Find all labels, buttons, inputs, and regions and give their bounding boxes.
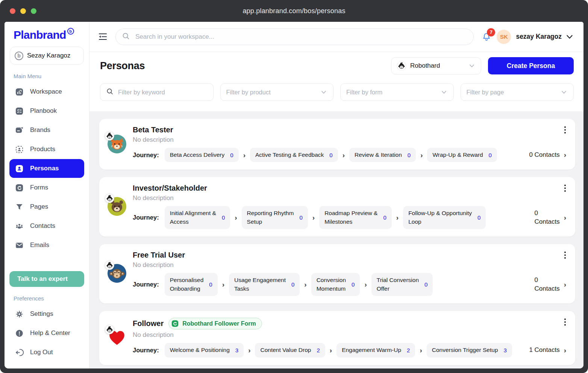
persona-title-row: Free Trial User	[133, 251, 568, 259]
chevron-right-icon: ›	[396, 214, 399, 221]
journey-step[interactable]: Roadmap Preview & Milestones0	[319, 206, 392, 229]
filter-by-form[interactable]: Filter by form	[340, 83, 454, 101]
filter-by-page[interactable]: Filter by page	[461, 83, 574, 101]
journey-step[interactable]: Beta Access Delivery0	[165, 148, 239, 162]
sidebar-item-pages[interactable]: Pages	[9, 197, 84, 216]
search-icon	[122, 32, 130, 42]
journey-step[interactable]: Reporting Rhythm Setup0	[242, 206, 308, 229]
sidebar-item-planbook[interactable]: Planbook	[9, 102, 84, 120]
journey-step[interactable]: Initial Alignment & Access0	[165, 206, 230, 229]
contacts-link[interactable]: 1 Contacts›	[526, 346, 568, 355]
filter-by-page-value: Filter by page	[467, 89, 557, 96]
chevron-right-icon: ›	[235, 214, 237, 221]
journey-step-count[interactable]: 0	[424, 281, 427, 288]
brand-selector[interactable]: Robothard	[391, 57, 481, 74]
collapse-sidebar-button[interactable]	[98, 32, 108, 42]
journey-step[interactable]: Review & Iteration0	[349, 148, 416, 162]
sidebar-item-settings[interactable]: Settings	[9, 305, 84, 323]
sidebar-item-contacts[interactable]: Contacts	[9, 217, 84, 235]
journey-label: Journey:	[133, 152, 159, 159]
journey-step[interactable]: Engagement Warm-Up2	[336, 343, 415, 357]
sidebar-item-help-center[interactable]: Help & Center	[9, 324, 84, 343]
card-menu-button[interactable]	[560, 317, 570, 328]
sidebar-item-products[interactable]: Products	[9, 140, 84, 159]
journey-step[interactable]: Trial Conversion Offer0	[371, 273, 433, 296]
journey-step[interactable]: Conversion Trigger Setup3	[427, 343, 512, 357]
contacts-count: 0 Contacts	[535, 276, 560, 293]
journey-step-count[interactable]: 3	[504, 347, 507, 353]
journey-step-count[interactable]: 0	[477, 214, 480, 221]
journey-step-count[interactable]: 3	[235, 347, 238, 353]
user-avatar[interactable]: SK	[497, 30, 511, 44]
preferences-label: Preferences	[14, 295, 80, 302]
chevron-right-icon: ›	[564, 346, 566, 355]
sidebar-item-label: Help & Center	[30, 329, 70, 337]
journey-step-count[interactable]: 0	[300, 214, 303, 221]
workspace-search	[115, 29, 474, 45]
journey-step[interactable]: Welcome & Positioning3	[165, 343, 244, 357]
persona-avatar	[108, 197, 127, 216]
chevron-right-icon: ›	[243, 152, 246, 159]
journey-step-count[interactable]: 0	[222, 214, 225, 221]
persona-title-row: Beta Tester	[133, 126, 568, 134]
emails-icon	[15, 241, 24, 250]
sidebar-item-log-out[interactable]: Log Out	[9, 343, 84, 362]
card-menu-button[interactable]	[560, 125, 570, 135]
sidebar-item-workspace[interactable]: Workspace	[9, 82, 84, 101]
minimize-window-button[interactable]	[20, 8, 26, 14]
journey-step[interactable]: Content Value Drop2	[255, 343, 325, 357]
maximize-window-button[interactable]	[31, 8, 36, 14]
notification-count-badge: 7	[487, 28, 495, 36]
sidebar-item-brands[interactable]: Brands	[9, 121, 84, 139]
journey-step-count[interactable]: 2	[407, 347, 410, 353]
journey-step-count[interactable]: 0	[209, 281, 212, 288]
contacts-link[interactable]: 0 Contacts›	[532, 209, 568, 226]
sidebar-item-forms[interactable]: Forms	[9, 178, 84, 197]
contacts-icon	[15, 222, 24, 230]
sidebar-item-personas[interactable]: Personas	[9, 159, 84, 178]
chevron-right-icon: ›	[420, 347, 422, 354]
journey-step[interactable]: Personalised Onboarding0	[165, 273, 218, 296]
contacts-link[interactable]: 0 Contacts›	[532, 276, 568, 293]
filter-row: Filter by productFilter by formFilter by…	[100, 83, 574, 101]
journey-step-label: Engagement Warm-Up	[342, 346, 401, 354]
sidebar: Planbrand b b Sezay Karagoz Main Menu Wo…	[5, 22, 89, 368]
search-input[interactable]	[135, 33, 467, 41]
journey-step-count[interactable]: 0	[408, 152, 411, 158]
journey-step-label: Active Testing & Feedback	[255, 151, 324, 159]
sidebar-item-emails[interactable]: Emails	[9, 236, 84, 255]
journey-step[interactable]: Follow-Up & Opportunity Loop0	[403, 206, 486, 229]
filter-by-product[interactable]: Filter by product	[220, 83, 334, 101]
journey-step-label: Follow-Up & Opportunity Loop	[408, 209, 472, 226]
sidebar-item-label: Pages	[30, 203, 48, 211]
robothard-mascot-badge-icon	[105, 131, 114, 141]
close-window-button[interactable]	[10, 8, 15, 14]
filter-by-product-value: Filter by product	[226, 89, 317, 96]
sidebar-item-label: Log Out	[30, 349, 53, 356]
card-menu-button[interactable]	[560, 183, 570, 194]
journey-step-count[interactable]: 0	[230, 152, 233, 158]
contacts-link[interactable]: 0 Contacts›	[526, 151, 568, 159]
journey-step-count[interactable]: 0	[489, 152, 492, 158]
journey-step-count[interactable]: 0	[291, 281, 294, 288]
talk-to-expert-button[interactable]: Talk to an expert	[9, 271, 84, 287]
journey-step[interactable]: Usage Engagement Tasks0	[229, 273, 300, 296]
filter-by-keyword-input[interactable]	[117, 88, 208, 96]
journey-step[interactable]: Wrap-Up & Reward0	[427, 148, 497, 162]
journey-step[interactable]: Active Testing & Feedback0	[250, 148, 338, 162]
card-menu-button[interactable]	[560, 250, 570, 261]
journey-step-count[interactable]: 2	[317, 347, 320, 353]
app-logo[interactable]: Planbrand b	[9, 29, 84, 41]
user-menu[interactable]: sezay Karagoz	[516, 33, 574, 41]
address-bar[interactable]: app.planbrand.com/bos/personas	[242, 7, 345, 15]
create-persona-button[interactable]: Create Persona	[488, 57, 574, 74]
notifications-button[interactable]: 7	[481, 32, 492, 42]
workspace-user-pill[interactable]: b Sezay Karagoz	[10, 47, 84, 65]
journey-step[interactable]: Conversion Momentum0	[311, 273, 360, 296]
persona-description: No description	[133, 136, 568, 144]
journey-step-count[interactable]: 0	[383, 214, 386, 221]
journey-step-count[interactable]: 0	[352, 281, 355, 288]
chevron-right-icon: ›	[248, 347, 250, 354]
persona-form-badge[interactable]: Robothard Follower Form	[168, 318, 262, 329]
journey-step-count[interactable]: 0	[329, 152, 332, 158]
